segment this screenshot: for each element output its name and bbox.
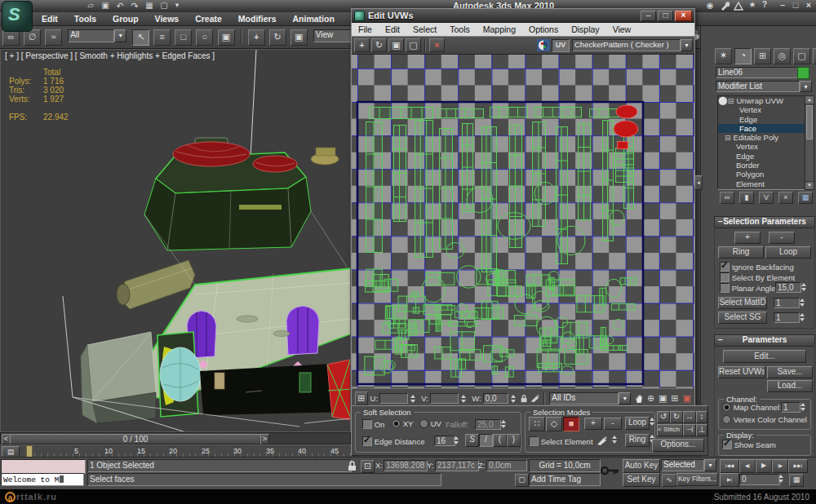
bind-to-spacewarp-icon[interactable]: ≈: [45, 29, 62, 46]
configure-modifier-sets-icon[interactable]: ▦: [798, 192, 813, 204]
grow-uv-selection-button[interactable]: +: [584, 418, 602, 430]
select-by-element-checkbox[interactable]: [720, 272, 730, 282]
help-icon[interactable]: ?: [760, 0, 769, 9]
window-restore-icon[interactable]: □: [790, 0, 801, 10]
time-tag-icon[interactable]: ▢: [515, 474, 529, 487]
go-to-start-button[interactable]: |◀◀: [720, 459, 739, 473]
uvw-scale-icon[interactable]: ▣: [388, 38, 404, 52]
stack-item-poly-element[interactable]: Element: [718, 179, 805, 188]
uvw-menu-file[interactable]: File: [352, 24, 379, 34]
planar-angle-checkbox[interactable]: [720, 283, 730, 293]
select-by-name-icon[interactable]: ≡: [153, 29, 171, 46]
menu-edit[interactable]: Edit: [34, 14, 65, 24]
load-uvws-button[interactable]: Load...: [767, 380, 813, 392]
panel-scroll-arrow[interactable]: ◂: [694, 175, 703, 190]
pin-stack-icon[interactable]: ∞: [720, 192, 734, 204]
select-object-icon[interactable]: ↖: [132, 29, 149, 46]
stack-item-poly-vertex[interactable]: Vertex: [718, 142, 805, 151]
select-and-rotate-icon[interactable]: ↻: [269, 29, 286, 46]
make-unique-icon[interactable]: V: [759, 192, 774, 204]
circular-selection-region-icon[interactable]: ○: [196, 29, 213, 46]
u-spinner[interactable]: [410, 393, 416, 404]
tab-create-icon[interactable]: ✶: [715, 48, 732, 64]
matid-field[interactable]: 1: [774, 298, 800, 308]
set-keys-icon[interactable]: [601, 464, 620, 477]
window-crossing-icon[interactable]: ▣: [218, 29, 235, 46]
select-sg-button[interactable]: Select SG: [718, 312, 767, 324]
open-file-icon[interactable]: ▱: [85, 1, 96, 11]
uvw-menu-view[interactable]: View: [606, 24, 638, 34]
falloff-slow-curve-icon[interactable]: (: [493, 434, 507, 447]
falloff-field[interactable]: 25,0: [475, 419, 501, 430]
auto-key-button[interactable]: Auto Key: [623, 459, 660, 473]
previous-frame-button[interactable]: ◀|: [739, 459, 756, 473]
ring-button[interactable]: Ring: [718, 246, 764, 259]
uvw-menu-select[interactable]: Select: [406, 24, 443, 34]
y-field[interactable]: 2137,117c: [435, 460, 479, 471]
edge-distance-checkbox[interactable]: [362, 436, 372, 446]
time-slider-grip[interactable]: 0 / 100: [10, 434, 261, 444]
map-channel-field[interactable]: 1: [781, 402, 800, 413]
default-in-out-tangent-icon[interactable]: ∿: [662, 474, 676, 487]
set-key-button[interactable]: Set Key: [623, 473, 660, 487]
listener-field[interactable]: Welcome to M: [1, 473, 84, 486]
play-button[interactable]: ▶: [756, 459, 772, 473]
planar-angle-field[interactable]: 15,0: [775, 282, 801, 293]
select-element-checkbox[interactable]: [529, 436, 539, 446]
arttalk-logo[interactable]: a rttalk.ru: [5, 492, 57, 502]
vertex-color-channel-radio[interactable]: [722, 415, 731, 424]
stitch-button[interactable]: < Stitch >: [657, 424, 683, 436]
edge-mode-icon[interactable]: ◇: [546, 417, 562, 431]
key-mode-dropdown[interactable]: Selected ▾: [661, 459, 716, 471]
menu-create[interactable]: Create: [188, 14, 229, 24]
align-left-icon[interactable]: ⊣: [683, 424, 696, 436]
menu-modifiers[interactable]: Modifiers: [231, 14, 284, 24]
stack-item-unwrap-uvw[interactable]: ⚪⊟ Unwrap UVW: [718, 96, 805, 105]
planar-angle-spinner[interactable]: [800, 281, 808, 292]
v-field[interactable]: [430, 393, 459, 404]
select-and-move-icon[interactable]: +: [248, 29, 265, 46]
current-frame-field[interactable]: 0: [739, 474, 780, 485]
stack-item-editable-poly[interactable]: ⊟ Editable Poly: [718, 133, 805, 142]
face-mode-icon[interactable]: ■: [563, 417, 579, 431]
loop-button[interactable]: Loop: [765, 246, 811, 259]
uv-zoom-extents-icon[interactable]: ⊞: [670, 393, 681, 404]
bulb-icon[interactable]: ⚪: [718, 96, 728, 105]
time-slider-track[interactable]: < 0 / 100 >: [0, 432, 351, 444]
x-field[interactable]: 13698,208: [384, 460, 428, 471]
w-field[interactable]: 0,0: [483, 393, 508, 404]
align-horizontal-icon[interactable]: ↔: [683, 411, 696, 423]
edge-distance-spinner[interactable]: [452, 435, 460, 445]
key-mode-toggle-button[interactable]: ▶|: [720, 473, 739, 487]
next-frame-button[interactable]: |▶: [772, 459, 788, 473]
tab-utilities-icon[interactable]: ⌐: [813, 48, 816, 64]
show-end-result-icon[interactable]: ▮: [739, 192, 754, 204]
uvw-menu-tools[interactable]: Tools: [443, 24, 477, 34]
unlink-selection-icon[interactable]: ∅: [24, 29, 41, 46]
menu-tools[interactable]: Tools: [67, 14, 104, 24]
absolute-offset-mode-icon[interactable]: ⊡: [361, 460, 375, 473]
track-bar-ruler[interactable]: 5 10 15 20 25 30 35 40 45: [21, 445, 351, 458]
current-frame-marker[interactable]: [26, 445, 33, 458]
tab-display-icon[interactable]: ▢: [793, 48, 810, 64]
menu-group[interactable]: Group: [105, 14, 146, 24]
uvw-menu-display[interactable]: Display: [565, 24, 605, 34]
window-minimize-icon[interactable]: –: [777, 0, 788, 10]
clone-icon[interactable]: ▦: [144, 1, 155, 11]
uvw-menu-edit[interactable]: Edit: [379, 24, 406, 34]
soft-xy-radio[interactable]: [392, 419, 401, 428]
select-matid-button[interactable]: Select MatID: [718, 297, 767, 309]
tab-motion-icon[interactable]: ◎: [774, 48, 791, 64]
matid-spinner[interactable]: [798, 297, 806, 307]
selection-filter-dropdown[interactable]: All ▾: [68, 29, 126, 42]
absolute-mode-icon[interactable]: ⊞: [355, 391, 368, 405]
perspective-viewport[interactable]: [ + ] [ Perspective ] [ Smooth + Highlig…: [0, 49, 351, 432]
uvw-maximize-icon[interactable]: □: [658, 11, 673, 21]
reset-uvws-button[interactable]: Reset UVWs: [718, 366, 765, 378]
menu-animation[interactable]: Animation: [286, 14, 342, 24]
align-vertical-icon[interactable]: ↕: [696, 411, 707, 423]
rotate-ccw-icon[interactable]: ↺: [657, 411, 670, 423]
3dsmax-logo[interactable]: S: [2, 1, 33, 32]
save-file-icon[interactable]: ▣: [100, 1, 111, 11]
quick-access-dropdown-icon[interactable]: ▾: [173, 1, 181, 11]
